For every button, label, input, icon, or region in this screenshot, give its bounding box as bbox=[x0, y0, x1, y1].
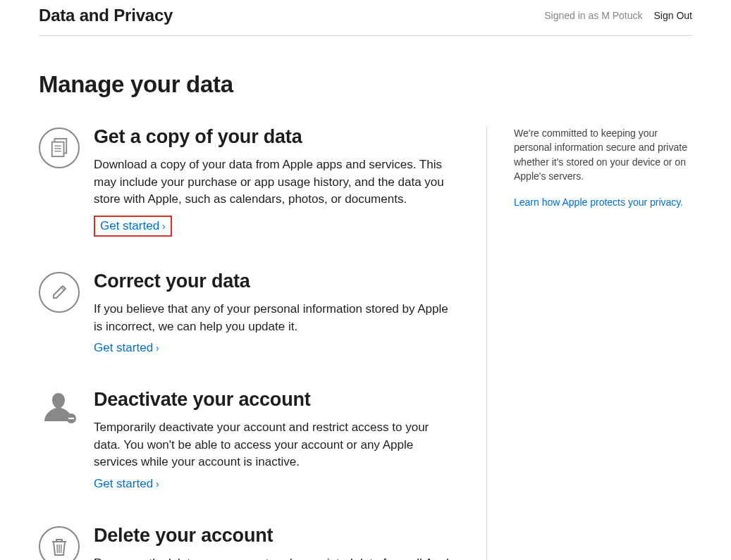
pencil-icon bbox=[39, 270, 94, 355]
chevron-right-icon: › bbox=[156, 342, 159, 354]
get-started-link[interactable]: Get started › bbox=[100, 219, 166, 233]
section-title: Delete your account bbox=[94, 525, 458, 547]
svg-rect-7 bbox=[68, 418, 74, 419]
section-description: Download a copy of your data from Apple … bbox=[94, 156, 458, 209]
svg-line-10 bbox=[61, 545, 62, 553]
section-description: Temporarily deactivate your account and … bbox=[94, 419, 458, 471]
section-title: Deactivate your account bbox=[94, 389, 458, 411]
chevron-right-icon: › bbox=[156, 478, 159, 490]
section-title: Correct your data bbox=[94, 270, 458, 292]
svg-rect-1 bbox=[52, 142, 64, 157]
get-started-link[interactable]: Get started › bbox=[94, 477, 159, 491]
section-title: Get a copy of your data bbox=[94, 126, 458, 148]
header-title: Data and Privacy bbox=[39, 6, 173, 25]
documents-icon bbox=[39, 126, 94, 237]
learn-privacy-link[interactable]: Learn how Apple protects your privacy. bbox=[514, 197, 683, 208]
signed-in-text: Signed in as M Potuck bbox=[544, 10, 642, 21]
link-label: Get started bbox=[100, 219, 159, 233]
page-header: Data and Privacy Signed in as M Potuck S… bbox=[39, 0, 692, 36]
section-description: If you believe that any of your personal… bbox=[94, 301, 458, 335]
page-title: Manage your data bbox=[39, 71, 692, 98]
link-label: Get started bbox=[94, 341, 153, 355]
svg-line-8 bbox=[57, 545, 58, 553]
main-column: Get a copy of your data Download a copy … bbox=[39, 126, 487, 560]
sign-out-link[interactable]: Sign Out bbox=[654, 10, 692, 21]
chevron-right-icon: › bbox=[162, 220, 166, 232]
highlighted-link-box: Get started › bbox=[94, 216, 172, 237]
sidebar-text: We're committed to keeping your personal… bbox=[514, 126, 692, 183]
section-deactivate: Deactivate your account Temporarily deac… bbox=[39, 389, 458, 491]
user-deactivate-icon bbox=[39, 389, 94, 491]
link-label: Get started bbox=[94, 477, 153, 491]
section-correct-data: Correct your data If you believe that an… bbox=[39, 270, 458, 355]
trash-icon bbox=[39, 525, 94, 560]
get-started-link[interactable]: Get started › bbox=[94, 341, 159, 355]
section-delete: Delete your account Permanently delete y… bbox=[39, 525, 458, 560]
section-get-copy: Get a copy of your data Download a copy … bbox=[39, 126, 458, 237]
section-description: Permanently delete your account and asso… bbox=[94, 555, 458, 560]
sidebar: We're committed to keeping your personal… bbox=[487, 126, 692, 560]
